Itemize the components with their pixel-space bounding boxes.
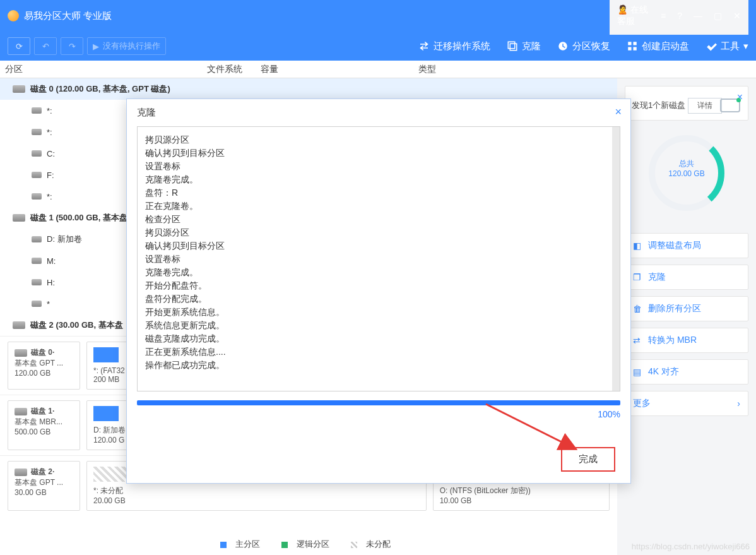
title-bar: 易我分区大师 专业版 🙎 在线客服 ≡ ? — ▢ ✕ xyxy=(0,0,756,32)
create-boot-disk-button[interactable]: 创建启动盘 xyxy=(627,40,689,52)
disk-card-2[interactable]: 磁盘 2· 基本盘 GPT ...30.00 GB xyxy=(8,461,80,511)
svg-rect-3 xyxy=(634,47,637,51)
col-filesystem[interactable]: 文件系统 xyxy=(202,64,256,75)
partition-icon xyxy=(32,301,42,307)
watermark: https://blog.csdn.net/yiwokeji666 xyxy=(632,542,750,551)
close-button[interactable]: ✕ xyxy=(733,11,741,21)
app-logo xyxy=(8,10,19,21)
partition-icon xyxy=(32,129,42,135)
customer-service-link[interactable]: 🙎 在线客服 xyxy=(617,4,649,27)
disk-icon xyxy=(13,214,25,222)
op-4k-align[interactable]: ▤4K 对齐 xyxy=(625,359,748,385)
close-icon[interactable]: × xyxy=(615,105,622,119)
disk-card-0[interactable]: 磁盘 0· 基本盘 GPT ...120.00 GB xyxy=(8,342,80,390)
progress-bar xyxy=(137,400,620,405)
clone-dialog: 克隆 × 拷贝源分区确认拷贝到目标分区设置卷标克隆卷完成。盘符：R正在克隆卷。检… xyxy=(126,98,631,484)
refresh-button[interactable]: ⟳ xyxy=(8,37,30,55)
disk-icon xyxy=(15,349,27,357)
partition-icon xyxy=(32,107,42,114)
list-header: 分区 文件系统 容量 类型 xyxy=(0,61,756,78)
partition-icon xyxy=(32,279,42,285)
menu-icon[interactable]: ≡ xyxy=(661,11,666,21)
finish-button[interactable]: 完成 xyxy=(561,447,615,472)
legend: 主分区 逻辑分区 未分配 xyxy=(0,535,617,554)
op-delete-all[interactable]: 🗑删除所有分区 xyxy=(625,296,748,321)
migrate-os-button[interactable]: 迁移操作系统 xyxy=(418,40,490,52)
clone-icon: ❐ xyxy=(633,272,643,282)
progress-percent: 100% xyxy=(127,409,630,419)
partition-icon xyxy=(32,258,42,264)
op-more[interactable]: 更多› xyxy=(625,391,748,416)
convert-icon: ⇄ xyxy=(633,335,643,345)
undo-button[interactable]: ↶ xyxy=(34,37,57,55)
layout-icon: ◧ xyxy=(633,241,643,251)
redo-button[interactable]: ↷ xyxy=(61,37,83,55)
clone-button[interactable]: 克隆 xyxy=(507,40,541,52)
disk-icon xyxy=(15,468,27,476)
dialog-log[interactable]: 拷贝源分区确认拷贝到目标分区设置卷标克隆卷完成。盘符：R正在克隆卷。检查分区拷贝… xyxy=(137,126,620,391)
help-icon[interactable]: ? xyxy=(677,11,682,21)
op-clone[interactable]: ❐克隆 xyxy=(625,265,748,290)
disk-icon xyxy=(13,85,25,93)
chevron-right-icon: › xyxy=(737,398,740,409)
disk-icon xyxy=(15,408,27,415)
queue-button[interactable]: ▶ 没有待执行操作 xyxy=(87,37,166,55)
partition-recovery-button[interactable]: 分区恢复 xyxy=(557,40,610,52)
partition-icon xyxy=(32,150,42,157)
op-resize-layout[interactable]: ◧调整磁盘布局 xyxy=(625,233,748,258)
tools-button[interactable]: 工具 ▾ xyxy=(706,40,748,52)
detail-button[interactable]: 详情 xyxy=(688,98,722,114)
trash-icon: 🗑 xyxy=(633,304,643,314)
op-to-mbr[interactable]: ⇄转换为 MBR xyxy=(625,328,748,353)
app-title: 易我分区大师 专业版 xyxy=(24,10,112,22)
partition-icon xyxy=(32,193,42,200)
maximize-button[interactable]: ▢ xyxy=(714,11,722,21)
svg-rect-1 xyxy=(634,42,637,45)
svg-rect-2 xyxy=(628,47,631,51)
toolbar: ⟳ ↶ ↷ ▶ 没有待执行操作 迁移操作系统 克隆 分区恢复 创建启动盘 工具 … xyxy=(0,32,756,61)
partition-icon xyxy=(32,236,42,242)
capacity-donut: 总共120.00 GB xyxy=(646,132,728,214)
disk-0-row[interactable]: 磁盘 0 (120.00 GB, 基本盘, GPT 磁盘) xyxy=(0,78,617,100)
disk-icon xyxy=(13,321,25,329)
align-icon: ▤ xyxy=(633,367,643,377)
disk-glyph-icon xyxy=(720,98,740,112)
col-partition[interactable]: 分区 xyxy=(0,64,202,75)
partition-icon xyxy=(32,172,42,178)
svg-rect-0 xyxy=(628,42,631,45)
dialog-title: 克隆 xyxy=(127,99,630,126)
side-panel: 发现1个新磁盘 × 详情 总共120.00 GB ◧调整磁盘布局 ❐克隆 🗑删除… xyxy=(617,78,756,555)
col-capacity[interactable]: 容量 xyxy=(256,64,413,75)
minimize-button[interactable]: — xyxy=(694,11,702,21)
col-type[interactable]: 类型 xyxy=(413,64,571,75)
disk-card-1[interactable]: 磁盘 1· 基本盘 MBR...500.00 GB xyxy=(8,400,80,450)
